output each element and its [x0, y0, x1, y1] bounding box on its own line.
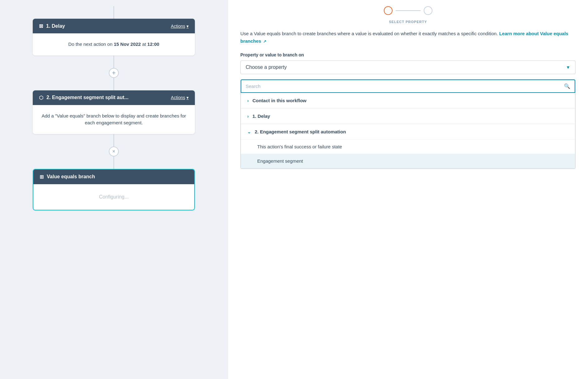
branch-card: ⊞ Value equals branch Configuring... — [33, 169, 195, 210]
search-button[interactable]: 🔍 — [564, 83, 570, 89]
status-circle-orange — [384, 6, 393, 15]
delay-card-title: 1. Delay — [46, 23, 65, 29]
connector-mid4 — [113, 156, 114, 169]
delay-card-body: Do the next action on 15 Nov 2022 at 12:… — [33, 33, 195, 55]
dropdown-placeholder: Choose a property — [246, 65, 287, 70]
status-circle-gray — [424, 6, 432, 15]
engagement-card: ⬡ 2. Engagement segment split aut... Act… — [33, 90, 195, 134]
delete-step-button[interactable]: × — [109, 146, 119, 156]
delay-card-title-group: ⊠ 1. Delay — [39, 23, 65, 29]
engagement-body-text: Add a "Value equals" branch below to dis… — [41, 113, 186, 126]
delay-actions-label: Actions — [171, 24, 185, 29]
delay-actions-button[interactable]: Actions ▾ — [171, 24, 189, 29]
sub-item-final-state[interactable]: This action's final success or failure s… — [241, 139, 575, 154]
branch-icon: ⊞ — [40, 174, 44, 180]
workflow-canvas: ⊠ 1. Delay Actions ▾ Do the next action … — [0, 0, 228, 379]
external-link-icon: ↗ — [263, 39, 266, 44]
search-input[interactable] — [246, 84, 564, 89]
engagement-actions-label: Actions — [171, 95, 185, 100]
add-step-button[interactable]: + — [109, 68, 119, 78]
delay-card: ⊠ 1. Delay Actions ▾ Do the next action … — [33, 19, 195, 55]
property-dropdown[interactable]: Choose a property ▼ — [240, 60, 576, 74]
delay-actions-chevron: ▾ — [186, 24, 189, 29]
branch-card-title-group: ⊞ Value equals branch — [40, 174, 95, 180]
category-label-engagement: 2. Engagement segment split automation — [255, 129, 346, 134]
status-bar — [240, 6, 576, 15]
add-step-icon: + — [112, 70, 116, 76]
configuring-label: Configuring... — [99, 194, 128, 199]
engagement-card-body: Add a "Value equals" branch below to dis… — [33, 105, 195, 134]
description-main: Use a Value equals branch to create bran… — [240, 31, 499, 36]
category-item-contact[interactable]: › Contact in this workflow — [241, 93, 575, 108]
engagement-card-title: 2. Engagement segment split aut... — [46, 95, 128, 100]
description-text: Use a Value equals branch to create bran… — [240, 30, 576, 45]
category-label-delay: 1. Delay — [253, 113, 270, 119]
category-item-engagement: ⌄ 2. Engagement segment split automation… — [241, 124, 575, 168]
delay-icon: ⊠ — [39, 23, 43, 29]
chevron-right-contact-icon: › — [247, 98, 249, 103]
search-input-wrapper: 🔍 — [241, 79, 575, 93]
engagement-card-title-group: ⬡ 2. Engagement segment split aut... — [39, 95, 128, 101]
connector-mid2 — [113, 78, 114, 90]
engagement-card-header: ⬡ 2. Engagement segment split aut... Act… — [33, 90, 195, 105]
category-list: › Contact in this workflow › 1. Delay ⌄ … — [241, 93, 575, 169]
delay-card-header: ⊠ 1. Delay Actions ▾ — [33, 19, 195, 33]
sub-item-engagement-segment-label: Engagement segment — [257, 158, 303, 164]
status-connector — [396, 10, 421, 11]
select-property-title: SELECT PROPERTY — [240, 20, 576, 24]
branch-card-body: Configuring... — [33, 184, 194, 210]
connector-mid1 — [113, 55, 114, 68]
delete-step-icon: × — [112, 149, 115, 154]
sub-item-final-state-label: This action's final success or failure s… — [257, 144, 342, 149]
engagement-sub-items: This action's final success or failure s… — [241, 139, 575, 168]
branch-card-header: ⊞ Value equals branch — [33, 170, 194, 184]
engagement-category-header[interactable]: ⌄ 2. Engagement segment split automation — [241, 124, 575, 139]
delay-body-text: Do the next action on 15 Nov 2022 at 12:… — [68, 41, 159, 47]
chevron-down-engagement-icon: ⌄ — [247, 129, 251, 134]
sub-item-engagement-segment[interactable]: Engagement segment — [241, 154, 575, 168]
connector-mid3 — [113, 134, 114, 146]
property-selector-panel: SELECT PROPERTY Use a Value equals branc… — [228, 0, 588, 379]
engagement-actions-button[interactable]: Actions ▾ — [171, 95, 189, 100]
property-search-dropdown: 🔍 › Contact in this workflow › 1. Delay … — [240, 79, 576, 169]
field-label: Property or value to branch on — [240, 52, 576, 57]
engagement-icon: ⬡ — [39, 95, 43, 101]
branch-card-title: Value equals branch — [47, 174, 95, 180]
connector-top — [113, 6, 114, 19]
search-icon: 🔍 — [564, 84, 570, 89]
dropdown-arrow-icon: ▼ — [566, 65, 570, 70]
category-item-delay[interactable]: › 1. Delay — [241, 108, 575, 124]
chevron-right-delay-icon: › — [247, 114, 249, 119]
category-label-contact: Contact in this workflow — [253, 98, 306, 103]
engagement-actions-chevron: ▾ — [186, 95, 189, 100]
